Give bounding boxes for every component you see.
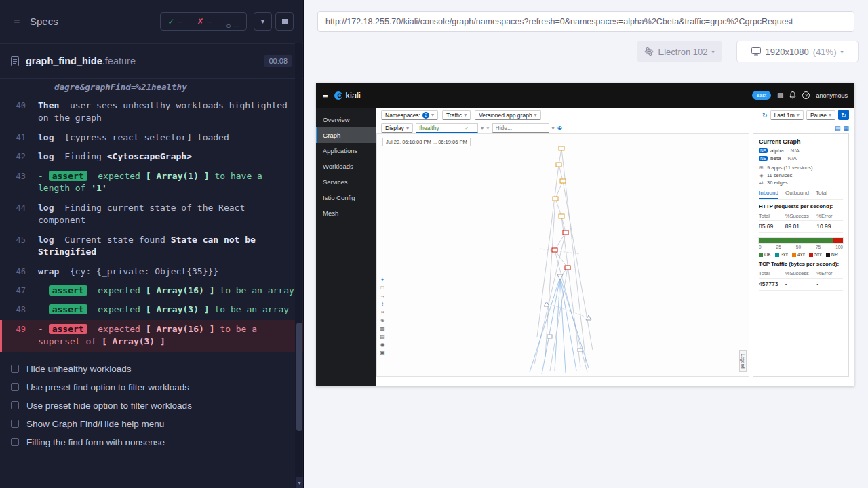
log-text: to be an array — [210, 304, 289, 314]
chevron-down-icon: ▾ — [464, 112, 467, 118]
tab-total[interactable]: Total — [816, 190, 827, 199]
pending-test-item[interactable]: Show Graph Find/Hide help menu — [0, 415, 303, 433]
layers-icon[interactable]: ▤ — [380, 334, 385, 340]
hide-input[interactable] — [496, 125, 538, 131]
pending-test-item[interactable]: Use preset find option to filter workloa… — [0, 378, 303, 396]
grid-icon[interactable]: ▦ — [380, 326, 385, 331]
clear-icon[interactable]: × — [380, 310, 385, 315]
nav-item-overview[interactable]: Overview — [316, 112, 376, 127]
collapse-button[interactable]: ▾ — [254, 12, 272, 30]
log-line[interactable]: 43- assert expected [ Array(1) ] to have… — [0, 167, 303, 199]
summary-text: 36 edges — [767, 180, 788, 186]
log-line[interactable]: 47- assert expected [ Array(16) ] to be … — [0, 281, 303, 300]
nav-item-mesh[interactable]: Mesh — [316, 205, 376, 221]
specs-menu-icon[interactable]: ≡ — [14, 16, 20, 28]
line-content: log Finding <CytoscapeGraph> — [38, 150, 295, 163]
table-header: Total — [759, 269, 785, 279]
checkbox-icon — [11, 383, 19, 391]
spec-header[interactable]: graph_find_hide.feature 00:08 — [0, 43, 303, 79]
chevron-down-icon: ▾ — [711, 49, 714, 55]
traffic-graph-canvas[interactable]: Jul 20, 06:18:08 PM ... 06:19:06 PM +□→↕… — [376, 133, 749, 377]
log-line[interactable]: 40Then user sees unhealthy workloads hig… — [0, 96, 303, 128]
nav-item-workloads[interactable]: Workloads — [316, 159, 376, 174]
nav-item-applications[interactable]: Applications — [316, 143, 376, 159]
expand-icon[interactable]: ↕ — [380, 302, 385, 307]
refresh-button[interactable]: ↻ — [838, 110, 849, 120]
graph-settings-icon[interactable]: ▤ — [835, 125, 841, 131]
x-icon: ✗ — [197, 17, 203, 26]
clear-find-icon[interactable]: × — [486, 125, 490, 131]
nav-item-istio-config[interactable]: Istio Config — [316, 190, 376, 205]
namespaces-dropdown[interactable]: Namespaces: 2 ▾ — [381, 110, 438, 120]
layout-icon[interactable]: ▣ — [380, 350, 385, 356]
table-value: 457773 — [759, 279, 785, 291]
help-icon[interactable]: ? — [802, 92, 810, 99]
chevron-down-icon[interactable]: ▾ — [481, 125, 484, 131]
legend-label: NR — [831, 252, 838, 257]
axis-label: 25 — [776, 245, 781, 249]
browser-selector[interactable]: Electron 102 ▾ — [637, 41, 722, 62]
rate-segment-error — [833, 238, 843, 243]
nav-toggle-icon[interactable]: ≡ — [323, 90, 328, 100]
legend-tab[interactable]: Legend — [739, 350, 747, 372]
panel-namespaces: NSalphaN/ANSbetaN/A — [759, 148, 843, 161]
forward-icon[interactable]: → — [380, 293, 385, 299]
log-line[interactable]: 49- assert expected [ Array(16) ] to be … — [0, 320, 303, 352]
line-content: wrap {cy: {_private: Object{35}}} — [38, 266, 295, 278]
nav-item-services[interactable]: Services — [316, 174, 376, 190]
pending-test-item[interactable]: Use preset hide option to filter workloa… — [0, 396, 303, 415]
log-overflow-text[interactable]: dagre&graphFind=%21healthy — [0, 80, 303, 96]
chevron-down-icon: ▾ — [534, 112, 537, 118]
user-menu[interactable]: anonymous — [816, 92, 848, 99]
tab-outbound[interactable]: Outbound — [785, 190, 809, 199]
checkbox-icon — [11, 420, 19, 428]
chevron-down-icon: ▾ — [797, 112, 800, 118]
chevron-down-icon[interactable]: ▾ — [552, 125, 555, 131]
scroll-down-button[interactable]: ▾ — [296, 477, 303, 488]
pending-test-item[interactable]: Filling the find form with nonsense — [0, 433, 303, 451]
graph-capture-icon[interactable]: ▦ — [843, 125, 849, 131]
pending-test-item[interactable]: Hide unhealthy workloads — [0, 360, 303, 378]
sidebar-scrollbar-thumb[interactable] — [296, 323, 302, 431]
console-icon[interactable]: ▤ — [777, 92, 783, 99]
stop-button[interactable] — [275, 12, 294, 30]
assert-badge: assert — [49, 171, 87, 181]
run-stats: ✓-- ✗-- ○-- — [160, 12, 247, 30]
replay-icon[interactable]: ↻ — [762, 112, 768, 119]
legend-item-3xx: 3xx — [775, 252, 788, 257]
command-name: log — [38, 203, 54, 213]
step-keyword: Then — [38, 100, 59, 110]
log-line[interactable]: 42log Finding <CytoscapeGraph> — [0, 147, 303, 166]
viewport-selector[interactable]: 1920x1080 (41%) ▾ — [736, 41, 859, 62]
log-line[interactable]: 46wrap {cy: {_private: Object{35}}} — [0, 262, 303, 281]
target-icon[interactable]: ◉ — [380, 342, 385, 348]
log-line[interactable]: 41log [cypress-react-selector] loaded — [0, 128, 303, 147]
log-text: [cypress-react-selector] loaded — [64, 132, 229, 142]
log-line[interactable]: 45log Current state found State can not … — [0, 230, 303, 262]
axis-label: 50 — [796, 245, 801, 249]
log-line[interactable]: 48- assert expected [ Array(3) ] to be a… — [0, 300, 303, 319]
find-input[interactable] — [419, 125, 462, 131]
zoom-in-icon[interactable]: ⊕ — [380, 318, 385, 323]
legend-label: 4xx — [797, 252, 805, 257]
check-icon: ✓ — [167, 17, 174, 26]
nav-item-graph[interactable]: Graph — [316, 127, 376, 143]
center-graph-icon[interactable]: + — [380, 277, 385, 283]
namespace-badge: NS — [759, 148, 768, 153]
traffic-dropdown[interactable]: Traffic ▾ — [442, 110, 471, 120]
table-header: %Error — [816, 211, 843, 221]
log-line[interactable]: 44log Finding current state of the React… — [0, 199, 303, 230]
line-number: 42 — [0, 150, 38, 163]
refresh-interval-dropdown[interactable]: Pause ▾ — [806, 110, 835, 120]
url-input[interactable] — [317, 11, 854, 32]
graph-toolbar-row1: Namespaces: 2 ▾ Traffic ▾ Versioned app … — [376, 108, 854, 122]
bell-icon[interactable] — [789, 92, 796, 99]
tab-inbound[interactable]: Inbound — [759, 190, 778, 199]
specs-title: Specs — [30, 16, 58, 27]
pending-test-label: Use preset find option to filter workloa… — [26, 382, 189, 392]
find-help-icon[interactable]: ⊕ — [557, 125, 563, 131]
duration-dropdown[interactable]: Last 1m ▾ — [770, 110, 804, 120]
display-dropdown[interactable]: Display ▾ — [381, 123, 413, 133]
graph-type-dropdown[interactable]: Versioned app graph ▾ — [475, 110, 540, 120]
fit-to-screen-icon[interactable]: □ — [380, 285, 385, 291]
